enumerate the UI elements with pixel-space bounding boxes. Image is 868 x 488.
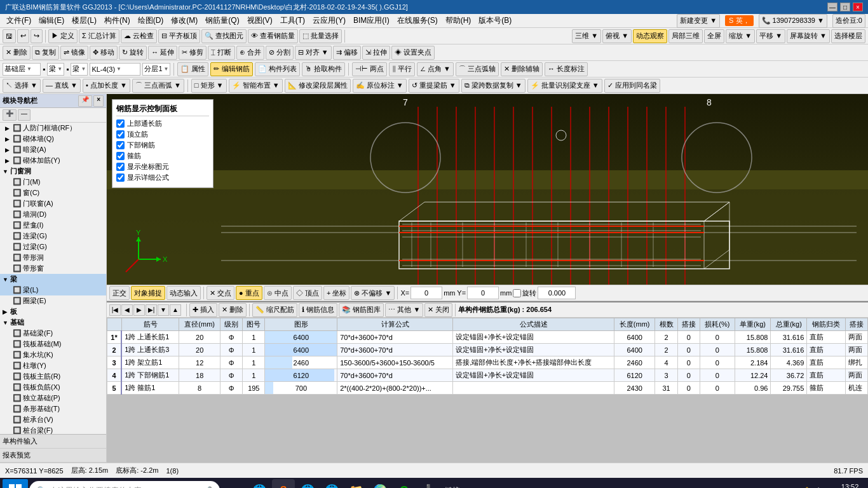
break-btn[interactable]: ⌶ 打断: [208, 46, 234, 60]
3d-btn[interactable]: 三维 ▼: [572, 29, 601, 43]
dynamic-view-btn[interactable]: 动态观察: [633, 29, 667, 43]
scale-rebar-btn[interactable]: 📏 缩尺配筋: [252, 303, 297, 317]
midpoint-btn[interactable]: ● 重点: [236, 286, 262, 300]
two-point-btn[interactable]: ⊣⊢ 两点: [352, 62, 387, 76]
layer-select[interactable]: 分层1 ▼: [142, 63, 170, 76]
new-btn[interactable]: 🖫: [3, 29, 16, 43]
sidebar-minus-btn[interactable]: —: [18, 109, 31, 121]
up-btn[interactable]: ▼: [158, 304, 169, 316]
parallel-btn[interactable]: ∥ 平行: [389, 62, 415, 76]
top-view-btn[interactable]: 俯视 ▼: [602, 29, 632, 43]
tree-item-daixingdong[interactable]: 🔲带形洞: [0, 252, 106, 263]
zoom-btn[interactable]: 缩放 ▼: [726, 29, 755, 43]
insert-row-btn[interactable]: ✚ 插入: [189, 303, 217, 317]
partial-3d-btn[interactable]: 局部三维: [668, 29, 703, 43]
table-row[interactable]: 1* 1跨 上通长筋1 20 Φ 1 6400 70*d+3600+70*d 设…: [107, 331, 868, 344]
sidebar-close-btn[interactable]: ×: [93, 95, 104, 107]
menu-version[interactable]: 版本号(B): [475, 14, 515, 27]
tree-group-menchuangdong[interactable]: ▼门窗洞: [0, 166, 106, 177]
menu-help[interactable]: 帮助(H): [442, 14, 475, 27]
last-btn[interactable]: ▶|: [146, 304, 157, 316]
table-row[interactable]: 4 1跨 下部钢筋1 18 Φ 1 6120 70*d+3600+70*d 设定…: [107, 369, 868, 382]
menu-modify[interactable]: 修改(M): [167, 14, 201, 27]
menu-view[interactable]: 视图(V): [243, 14, 276, 27]
undo-btn[interactable]: ↩: [17, 29, 29, 43]
merge-btn[interactable]: ⊕ 合并: [236, 46, 264, 60]
move-btn[interactable]: ✥ 移动: [90, 46, 118, 60]
rcp-check-2[interactable]: [116, 130, 125, 139]
screen-rotate-btn[interactable]: 屏幕旋转 ▼: [787, 29, 830, 43]
menu-online[interactable]: 在线服务(S): [393, 14, 442, 27]
new-change-btn[interactable]: 新建变更 ▼: [677, 14, 720, 28]
edit-rebar-btn[interactable]: ✏ 编辑钢筋: [210, 62, 252, 76]
sidebar-pin-btn[interactable]: 📌: [78, 95, 92, 107]
tree-group-jichu[interactable]: ▼基础: [0, 317, 106, 328]
table-row[interactable]: 3 1跨 架立筋1 12 Φ 1 2460 150-3600/5+3600+15…: [107, 356, 868, 369]
delete-row-btn[interactable]: ✕ 删除: [219, 303, 247, 317]
rotate-input[interactable]: [538, 287, 576, 299]
view-rebar-btn[interactable]: 👁 查看钢筋量: [248, 29, 298, 43]
flush-slab-btn[interactable]: ⊟ 平齐板顶: [158, 29, 200, 43]
pick-member-btn[interactable]: 🖱 拾取构件: [302, 62, 345, 76]
task-btn-2[interactable]: 🌐: [248, 479, 271, 488]
tree-item-duli[interactable]: 🔲独立基础(P): [0, 393, 106, 403]
tree-item-jicl[interactable]: 🔲基础梁(F): [0, 328, 106, 339]
task-btn-1[interactable]: ⧉: [224, 479, 247, 488]
orthogonal-btn[interactable]: 正交: [109, 286, 130, 300]
smart-place-btn[interactable]: ⚡ 智能布置 ▼: [229, 79, 283, 93]
table-row[interactable]: 2 1跨 上通长筋3 20 Φ 1 6400 70*d+3600+70*d 设定…: [107, 344, 868, 356]
tree-item-fababfj[interactable]: 🔲筏板负筋(X): [0, 382, 106, 393]
tree-item-zhuct[interactable]: 🔲桩承台(V): [0, 414, 106, 425]
find-elem-btn[interactable]: 🔍 查找图元: [201, 29, 247, 43]
menu-member[interactable]: 构件(N): [100, 14, 134, 27]
rcp-check-4[interactable]: [116, 152, 125, 160]
rotate-check[interactable]: [513, 289, 521, 297]
cloud-check-btn[interactable]: ☁ 云检查: [121, 29, 157, 43]
member-list-btn[interactable]: 📄 构件列表: [255, 62, 300, 76]
rcp-check-1[interactable]: [116, 119, 125, 128]
tree-item-fabanjc[interactable]: 🔲筏板基础(M): [0, 339, 106, 349]
grip-btn[interactable]: ◈ 设置夹点: [391, 46, 435, 60]
member-id-select[interactable]: KL-4(3) ▼: [90, 63, 140, 76]
batch-recog-btn[interactable]: ⚡ 批量识别梁支座 ▼: [527, 79, 602, 93]
tree-item-guoliang[interactable]: 🔲过梁(G): [0, 241, 106, 252]
trim-btn[interactable]: ✂ 修剪: [179, 46, 207, 60]
three-arc-draw-btn[interactable]: ⌒ 三点画弧 ▼: [132, 79, 184, 93]
dynamic-input-btn[interactable]: 动态输入: [166, 286, 201, 300]
span-data-copy-btn[interactable]: ⧉ 梁跨数据复制 ▼: [461, 79, 526, 93]
start-button[interactable]: [3, 479, 28, 488]
menu-draw[interactable]: 绘图(D): [134, 14, 168, 27]
line-btn[interactable]: — 直线 ▼: [43, 79, 81, 93]
select-floor-btn[interactable]: 选择楼层: [831, 29, 865, 43]
member-sub-select[interactable]: 梁 ▼: [71, 63, 88, 76]
mid-btn[interactable]: ⊙ 中点: [264, 286, 292, 300]
fullscreen-btn[interactable]: 全屏: [704, 29, 724, 43]
tree-item-quanliang[interactable]: 🔲圈梁(E): [0, 295, 106, 306]
phone-btn[interactable]: 📞 13907298339 ▼: [759, 14, 827, 28]
close-bottom-btn[interactable]: ✕ 关闭: [424, 303, 452, 317]
extend-btn[interactable]: ↔ 延伸: [148, 46, 177, 60]
menu-edit[interactable]: 编辑(E): [35, 14, 68, 27]
property-btn[interactable]: 📋 属性: [177, 62, 208, 76]
first-btn[interactable]: |◀: [109, 304, 121, 316]
floor-select[interactable]: 基础层 ▼: [3, 63, 41, 76]
taskbar-search-box[interactable]: 🔍 在这里输入你要搜索的内容 🎤: [29, 481, 220, 488]
menu-cloud[interactable]: 云应用(Y): [309, 14, 349, 27]
other-btn[interactable]: ⋯ 其他 ▼: [385, 303, 423, 317]
tree-item-liang[interactable]: 🔲梁(L): [0, 285, 106, 295]
tree-item-qitijin[interactable]: ▶🔲砌体加筋(Y): [0, 155, 106, 166]
point-ext-btn[interactable]: • 点加长度 ▼: [83, 79, 130, 93]
single-member-input-btn[interactable]: 单构件输入: [0, 435, 106, 449]
tree-group-ban[interactable]: ▶板: [0, 306, 106, 317]
tree-item-menlianc[interactable]: 🔲门联窗(A): [0, 198, 106, 209]
tree-group-liang[interactable]: ▼梁: [0, 274, 106, 285]
mod-layer-btn[interactable]: 📐 修改梁段层属性: [285, 79, 351, 93]
task-btn-6[interactable]: 📁: [344, 479, 367, 488]
menu-file[interactable]: 文件(F): [3, 14, 35, 27]
report-preview-btn[interactable]: 报表预览: [0, 449, 106, 463]
y-input[interactable]: [467, 287, 499, 299]
rect-btn[interactable]: □ 矩形 ▼: [191, 79, 227, 93]
tree-item-fababj[interactable]: 🔲筏板主筋(R): [0, 371, 106, 382]
task-btn-10[interactable]: 链接: [441, 479, 464, 488]
tree-item-qitiqiang[interactable]: ▶🔲砌体墙(Q): [0, 133, 106, 144]
